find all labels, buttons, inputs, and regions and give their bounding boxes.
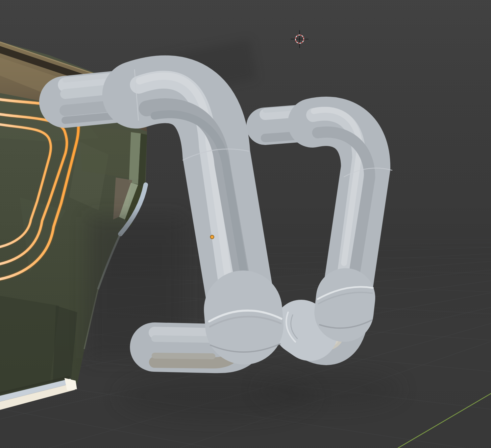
origin-point-dot bbox=[211, 236, 214, 239]
viewport-canvas[interactable] bbox=[0, 0, 491, 448]
floor-shadow bbox=[257, 371, 401, 408]
pipe-small-end-collar bbox=[301, 327, 310, 333]
pipe-large-bottom-highlight2 bbox=[155, 339, 214, 340]
pipe-small-coupling bbox=[344, 298, 346, 312]
pipe-large-bottom-shadow2 bbox=[155, 356, 212, 356]
viewport-3d[interactable] bbox=[0, 0, 491, 448]
object-origin-point[interactable] bbox=[210, 235, 214, 239]
